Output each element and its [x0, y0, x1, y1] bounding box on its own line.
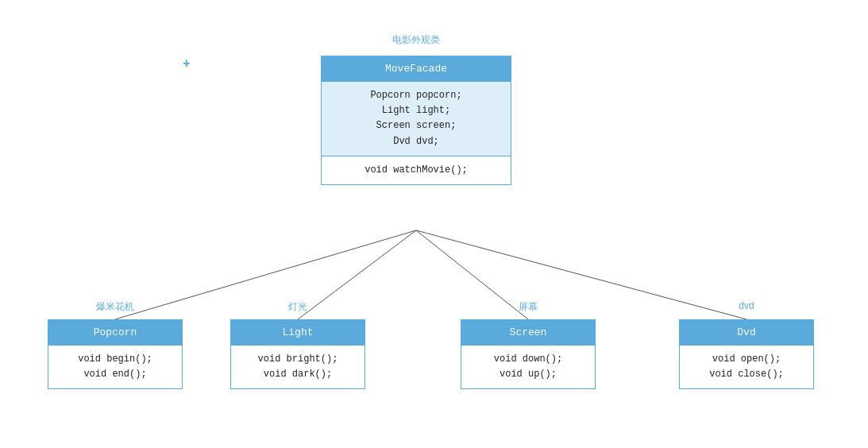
- popcorn-class-name: Popcorn: [48, 320, 182, 345]
- dvd-label: dvd: [679, 300, 814, 311]
- screen-label: 屏幕: [461, 300, 596, 314]
- light-label: 灯光: [230, 300, 365, 314]
- facade-class-fields: Popcorn popcorn; Light light; Screen scr…: [322, 81, 511, 156]
- facade-label: 电影外观类: [321, 33, 511, 47]
- light-class-name: Light: [231, 320, 365, 345]
- popcorn-class-box: Popcorn void begin(); void end();: [48, 319, 183, 389]
- dvd-class-name: Dvd: [680, 320, 813, 345]
- diagram-container: + 电影外观类 MoveFacade Popcorn popcorn; Ligh…: [0, 0, 868, 448]
- dvd-class-methods: void open(); void close();: [680, 345, 813, 388]
- light-class-methods: void bright(); void dark();: [231, 345, 365, 388]
- screen-class-name: Screen: [461, 320, 595, 345]
- facade-class-name: MoveFacade: [322, 56, 511, 81]
- screen-class-methods: void down(); void up();: [461, 345, 595, 388]
- facade-class-box: MoveFacade Popcorn popcorn; Light light;…: [321, 56, 511, 185]
- popcorn-label: 爆米花机: [48, 300, 183, 314]
- plus-icon: +: [183, 57, 191, 71]
- facade-class-methods: void watchMovie();: [322, 156, 511, 184]
- light-class-box: Light void bright(); void dark();: [230, 319, 365, 389]
- dvd-class-box: Dvd void open(); void close();: [679, 319, 814, 389]
- screen-class-box: Screen void down(); void up();: [461, 319, 596, 389]
- popcorn-class-methods: void begin(); void end();: [48, 345, 182, 388]
